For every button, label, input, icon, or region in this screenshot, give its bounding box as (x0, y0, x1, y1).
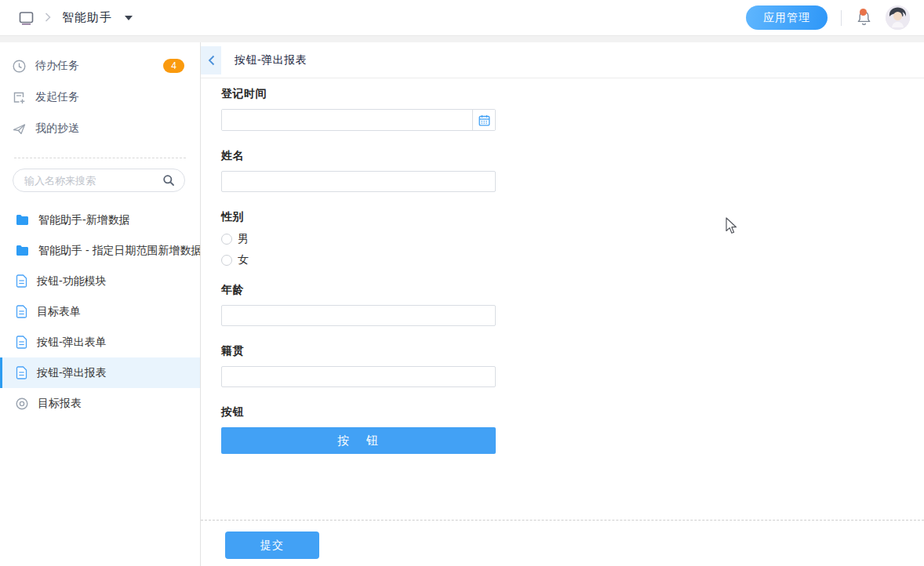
send-icon (13, 122, 26, 136)
tree-item-label: 目标报表 (38, 397, 82, 411)
todo-count-badge: 4 (163, 59, 184, 73)
form-action-button[interactable]: 按 钮 (221, 427, 496, 454)
app-header: 智能助手 应用管理 (0, 0, 924, 36)
field-gender: 性别 男 女 (221, 210, 924, 267)
sidebar-divider (14, 158, 186, 158)
search-input[interactable] (13, 169, 185, 192)
field-label: 性别 (221, 210, 924, 224)
document-icon (16, 305, 27, 318)
field-hometown: 籍贯 (221, 344, 924, 387)
sidebar-item-label: 待办任务 (35, 59, 79, 73)
sidebar-item-label: 发起任务 (35, 90, 79, 104)
monitor-icon[interactable] (19, 11, 34, 25)
back-button[interactable] (201, 46, 221, 74)
document-icon (16, 274, 27, 288)
name-input[interactable] (221, 171, 496, 192)
age-input[interactable] (221, 305, 496, 326)
main-pane: 按钮-弹出报表 登记时间 姓名 性别 男 (201, 42, 924, 566)
folder-icon (16, 245, 29, 256)
tree-item-label: 按钮-弹出表单 (37, 336, 107, 350)
clock-icon (13, 60, 26, 73)
field-register-time: 登记时间 (221, 87, 924, 131)
breadcrumb-chevron-icon (45, 12, 51, 24)
search-icon[interactable] (162, 174, 175, 190)
date-picker-field (221, 109, 496, 131)
field-label: 年龄 (221, 283, 924, 297)
field-label: 登记时间 (221, 87, 924, 101)
radio-option-male[interactable]: 男 (221, 232, 924, 246)
radio-label: 男 (238, 232, 249, 246)
sidebar-item-my-cc[interactable]: 我的抄送 (0, 113, 200, 144)
sidebar-item-button-module[interactable]: 按钮-功能模块 (0, 266, 200, 296)
radio-option-female[interactable]: 女 (221, 253, 924, 267)
submit-button[interactable]: 提交 (225, 532, 319, 559)
field-label: 按钮 (221, 405, 924, 419)
document-icon (16, 336, 27, 349)
header-divider (841, 10, 842, 26)
field-button: 按钮 按 钮 (221, 405, 924, 454)
tree-item-label: 按钮-功能模块 (37, 274, 107, 288)
breadcrumb: 智能助手 (19, 10, 133, 25)
notification-dot (860, 9, 867, 16)
avatar[interactable] (886, 5, 910, 30)
main-header: 按钮-弹出报表 (201, 42, 924, 78)
header-gap-band (0, 36, 924, 42)
radio-label: 女 (238, 253, 249, 267)
tree-item-label: 按钮-弹出报表 (37, 366, 107, 380)
sidebar-item-target-form[interactable]: 目标表单 (0, 296, 200, 327)
tree-item-label: 智能助手-新增数据 (38, 213, 130, 227)
sidebar-item-button-popup-form[interactable]: 按钮-弹出表单 (0, 327, 200, 357)
sidebar-item-todo-tasks[interactable]: 待办任务 4 (0, 50, 200, 82)
field-label: 姓名 (221, 149, 924, 163)
app-title[interactable]: 智能助手 (62, 10, 112, 25)
calendar-icon[interactable] (472, 110, 495, 130)
sidebar: 待办任务 4 发起任务 我的抄送 智能助手-新增数据 (0, 42, 201, 566)
register-time-input[interactable] (222, 110, 472, 130)
sidebar-item-target-report[interactable]: 目标报表 (0, 388, 200, 419)
tree-item-label: 目标表单 (37, 305, 81, 319)
radio-icon[interactable] (221, 234, 232, 245)
hometown-input[interactable] (221, 366, 496, 387)
folder-icon (16, 214, 29, 226)
form-area: 登记时间 姓名 性别 男 (201, 78, 924, 520)
target-icon (16, 397, 28, 410)
sidebar-item-start-task[interactable]: 发起任务 (0, 82, 200, 113)
sidebar-item-button-popup-report[interactable]: 按钮-弹出报表 (0, 357, 200, 388)
sidebar-item-smart-assistant-date-range[interactable]: 智能助手 - 指定日期范围新增数据 (0, 235, 200, 266)
sidebar-item-smart-assistant-new-data[interactable]: 智能助手-新增数据 (0, 205, 200, 235)
field-age: 年龄 (221, 283, 924, 326)
form-footer: 提交 (201, 520, 924, 566)
page-title: 按钮-弹出报表 (235, 53, 307, 67)
tree-item-label: 智能助手 - 指定日期范围新增数据 (38, 244, 200, 258)
add-task-icon (13, 91, 26, 104)
field-label: 籍贯 (221, 344, 924, 358)
radio-icon[interactable] (221, 255, 232, 266)
document-icon (16, 366, 27, 379)
chevron-down-icon[interactable] (125, 16, 133, 20)
notification-bell-icon[interactable] (855, 9, 872, 27)
sidebar-item-label: 我的抄送 (35, 122, 79, 136)
app-manage-button[interactable]: 应用管理 (746, 5, 828, 30)
field-name: 姓名 (221, 149, 924, 192)
